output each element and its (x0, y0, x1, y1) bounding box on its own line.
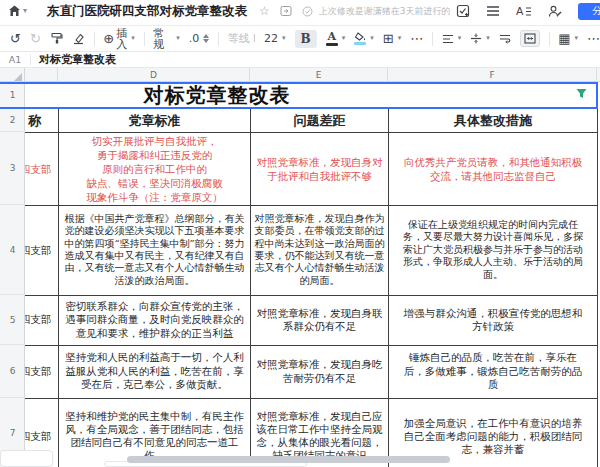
outline-icon[interactable]: A (516, 5, 532, 17)
header-cell-gap[interactable]: 问题差距 (251, 109, 388, 132)
menu-icon[interactable] (486, 5, 500, 17)
last-modified-text: 上次修改是谢潇猪在3天前进行的 (319, 5, 451, 18)
font-color-button[interactable]: A ▾ (326, 31, 346, 46)
select-all-corner[interactable] (0, 68, 25, 82)
cell-measures[interactable]: 保证在上级党组织规定的时间内完成任务，又要尽最大努力设计喜闻乐见，多探索让广大党… (389, 206, 597, 294)
bold-button[interactable]: B (295, 30, 317, 48)
redo-button[interactable]: ↻ (30, 32, 41, 45)
row-header-2[interactable]: 2 (0, 108, 25, 132)
font-family-dropdown[interactable]: 等线 Lig▾ (228, 33, 255, 44)
decimal-adjust[interactable]: .0 (189, 33, 210, 44)
formula-bar: A1 对标党章整改表 (0, 52, 600, 68)
header-cell-measures[interactable]: 具体整改措施 (389, 109, 597, 132)
cell-standard[interactable]: 密切联系群众，向群众宣传党的主张，遇事同群众商量，及时向党反映群众的意见和要求，… (59, 296, 250, 344)
format-painter-button[interactable] (50, 32, 63, 45)
borders-button[interactable]: ⊞▾ (383, 32, 401, 45)
share-button[interactable]: 分享 (578, 3, 600, 20)
more-tools-button[interactable]: ⋯ (587, 32, 600, 45)
home-caret-icon: ▾ (23, 7, 27, 15)
number-format-dropdown[interactable]: 常规▾ (153, 28, 179, 50)
font-size-dropdown[interactable]: 22▾ (264, 33, 286, 44)
row-header-1[interactable]: 1 (0, 82, 25, 108)
horizontal-align-button[interactable]: ▾ (442, 34, 462, 44)
cell-branch[interactable]: 四支部 (25, 206, 58, 294)
cell-branch[interactable]: 四支部 (25, 296, 58, 344)
cell-measures[interactable]: 锤炼自己的品质，吃苦在前，享乐在后，多做难事，锻炼自己吃苦耐劳的品质 (389, 346, 597, 397)
document-title: 东直门医院研四支部对标党章整改表 (47, 3, 247, 20)
cell-standard[interactable]: 切实开展批评与自我批评， 勇于揭露和纠正违反党的 原则的言行和工作中的 缺点、错… (59, 133, 250, 204)
cell-gap[interactable]: 对照党章标准，发现自身联系群众仍有不足 (251, 296, 388, 344)
undo-button[interactable]: ↺ (10, 32, 21, 45)
spreadsheet-app: ▾ 东直门医院研四支部对标党章整改表 ☆ 上次修改是谢潇猪在3天前进行的 A (0, 0, 600, 467)
cell-measures[interactable]: 向优秀共产党员请教，和其他通知积极交流，请其他同志监督自己 (389, 133, 597, 204)
cell-branch[interactable]: 四支部 (25, 133, 58, 204)
row-header-4[interactable]: 4 (0, 205, 25, 295)
title-cell[interactable]: 对标党章整改表 (25, 83, 598, 107)
row-header-5[interactable]: 5 (0, 295, 25, 345)
column-header-e[interactable]: E (250, 68, 388, 82)
svg-text:A: A (516, 5, 524, 17)
task-add-icon[interactable] (456, 4, 470, 18)
insert-button[interactable]: ⊕插入▾ (103, 28, 134, 50)
fill-color-button[interactable]: ▾ (354, 32, 374, 45)
column-header-d[interactable]: D (58, 68, 250, 82)
vertical-align-button[interactable]: ▾ (470, 33, 490, 44)
cell-measures[interactable]: 增强与群众沟通，积极宣传党的思想和方针政策 (389, 296, 597, 344)
sheet-title-text: 对标党章整改表 (144, 83, 291, 107)
home-button[interactable]: ▾ (8, 5, 27, 17)
sheet-tab-peek[interactable] (0, 450, 53, 467)
row-gutter: 1 2 3 4 5 6 7 (0, 82, 25, 467)
more-format-button[interactable]: ⋯ (410, 32, 423, 45)
home-icon (8, 5, 21, 17)
cell-branch[interactable]: 四支部 (25, 346, 58, 397)
row-header-3[interactable]: 3 (0, 132, 25, 205)
cell-gap[interactable]: 对照党章标准，发现自身作为支部委员，在带领党支部的过程中尚未达到这一政治局面的要… (251, 206, 388, 294)
cell-standard[interactable]: 根据《中国共产党章程》总纲部分，有关党的建设必须坚决实现以下五项基本要求中的第四… (59, 206, 250, 294)
column-header-strip: D E F (0, 68, 600, 82)
collaborator-edit-icon[interactable] (548, 5, 562, 18)
header-cell-standard[interactable]: 党章标准 (59, 109, 250, 132)
table-border (597, 108, 598, 467)
move-to-folder-icon[interactable] (280, 5, 292, 17)
decimal-arrows-icon (203, 34, 209, 43)
cell-gap[interactable]: 对照党章标准，发现自身对于批评和自我批评不够 (251, 133, 388, 204)
star-icon[interactable]: ☆ (259, 4, 270, 18)
merge-cells-button[interactable] (520, 30, 540, 47)
cell-standard[interactable]: 坚持党和人民的利益高于一切，个人利益服从党和人民的利益，吃苦在前，享受在后，克己… (59, 346, 250, 397)
header-cell-branch[interactable]: 称 (25, 109, 58, 132)
formula-divider (30, 54, 31, 65)
wrap-text-button[interactable] (499, 34, 511, 44)
cell-gap[interactable]: 对照党章标准，发现自身吃苦耐劳仍有不足 (251, 346, 388, 397)
formula-input[interactable]: 对标党章整改表 (39, 52, 116, 67)
row-header-6[interactable]: 6 (0, 345, 25, 398)
name-box[interactable]: A1 (0, 54, 30, 65)
saved-check-icon (302, 6, 313, 17)
filter-icon[interactable] (576, 88, 587, 99)
select-all-triangle-icon (14, 73, 22, 81)
column-header-f[interactable]: F (388, 68, 597, 82)
toolbar: ↺ ↻ ⊕插入▾ 常规▾ .0 等线 Lig▾ 22▾ B A (0, 25, 600, 52)
horizontal-scrollbar[interactable] (127, 456, 450, 463)
clear-format-button[interactable] (72, 32, 85, 45)
cell-style-button[interactable]: ▦▾ (558, 32, 578, 45)
topbar: ▾ 东直门医院研四支部对标党章整改表 ☆ 上次修改是谢潇猪在3天前进行的 A (0, 0, 600, 24)
column-header-c-partial[interactable] (25, 68, 58, 82)
